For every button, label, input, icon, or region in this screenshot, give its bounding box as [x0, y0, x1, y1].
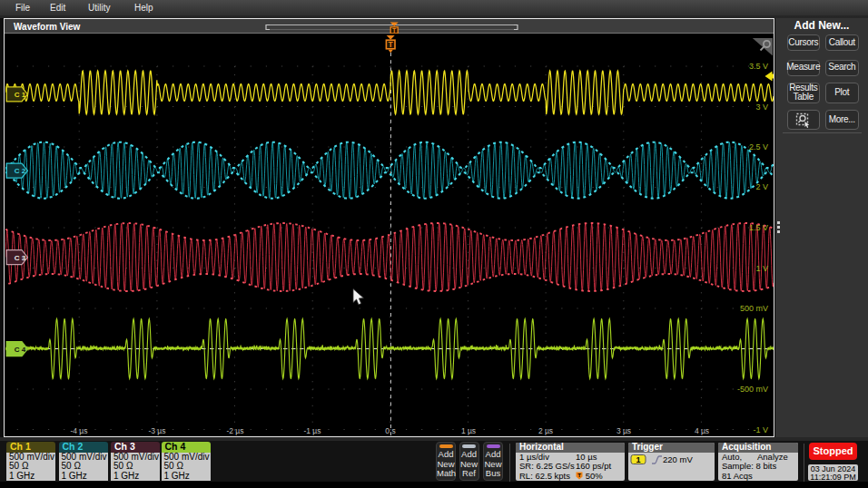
svg-text:C 1: C 1	[15, 91, 26, 99]
svg-text:T: T	[577, 473, 581, 478]
svg-text:C 3: C 3	[15, 254, 26, 262]
svg-text:T: T	[392, 27, 397, 34]
svg-text:1: 1	[636, 455, 640, 464]
svg-text:C 2: C 2	[15, 167, 26, 175]
svg-text:C 4: C 4	[15, 346, 26, 354]
svg-text:T: T	[389, 40, 394, 49]
